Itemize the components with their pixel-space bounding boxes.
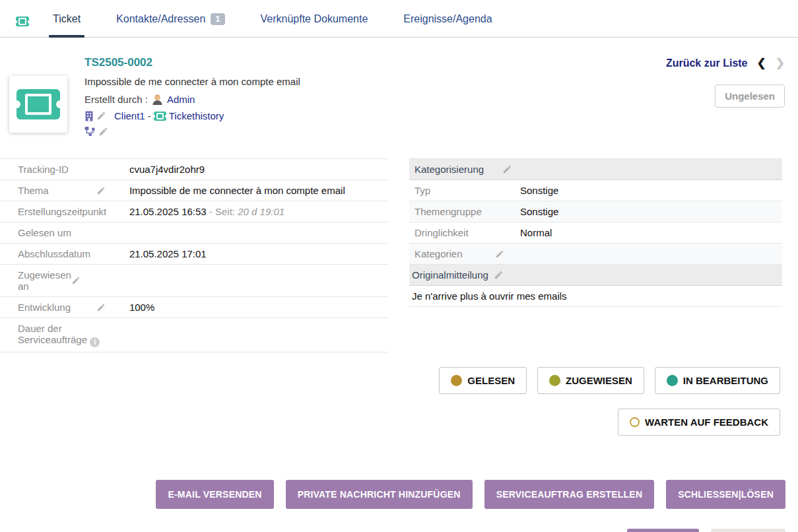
create-intervention-button[interactable]: SERVICEAUFTRAG ERSTELLEN	[484, 480, 655, 509]
ticket-banner-info: TS2505-0002 Impossible de me connecter à…	[84, 56, 300, 141]
assigned-to-label: Zugewiesen an	[18, 269, 71, 292]
sitemap-icon	[84, 126, 96, 137]
status-buttons-area: GELESEN ZUGEWIESEN IN BEARBEITUNG WARTEN…	[0, 367, 798, 436]
action-buttons-bar: E-MAIL VERSENDEN PRIVATE NACHRICHT HINZU…	[0, 480, 798, 509]
ticket-ref: TS2505-0002	[84, 56, 300, 69]
edit-categories-pencil-icon[interactable]	[495, 249, 504, 259]
ticket-properties-table: Tracking-ID cvua7j4vdir2ohr9 Thema Impos…	[0, 158, 388, 352]
status-waiting-feedback-button[interactable]: WARTEN AUF FEEDBACK	[618, 409, 780, 436]
creation-date-label: Erstellungszeitpunkt	[0, 201, 124, 222]
assigned-to-value	[124, 265, 388, 297]
since-value: 20 d 19:01	[238, 206, 284, 217]
type-label: Typ	[409, 180, 515, 201]
ticket-subject: Impossible de me connecter à mon compte …	[84, 76, 300, 87]
close-date-label: Abschlussdatum	[0, 244, 124, 265]
status-waiting-label: WARTEN AUF FEEDBACK	[645, 416, 768, 428]
delete-button[interactable]: LÖSCHEN	[711, 529, 785, 532]
banner-right: Zurück zur Liste ❮ ❯ Ungelesen	[666, 56, 785, 141]
ticket-banner: TS2505-0002 Impossible de me connecter à…	[0, 38, 798, 141]
unread-button: Ungelesen	[715, 84, 785, 108]
status-assigned-button[interactable]: ZUGEWIESEN	[537, 367, 644, 394]
type-value: Sonstige	[515, 180, 782, 201]
edit-original-message-pencil-icon[interactable]	[494, 270, 504, 280]
created-by-user-link[interactable]: Admin	[167, 94, 195, 105]
severity-value: Normal	[515, 222, 782, 244]
tab-documents-label: Verknüpfte Dokumente	[261, 13, 368, 25]
since-label: - Seit:	[209, 206, 235, 217]
tracking-id-label: Tracking-ID	[0, 159, 124, 180]
severity-label: Dringlichkeit	[409, 222, 515, 244]
close-solve-button[interactable]: SCHLIESSEN|LÖSEN	[666, 480, 785, 509]
status-assigned-label: ZUGEWIESEN	[566, 375, 632, 386]
tab-events-agenda[interactable]: Ereignisse/Agenda	[399, 13, 496, 37]
status-in-progress-button[interactable]: IN BEARBEITUNG	[655, 367, 780, 394]
table-row: Abschlussdatum 21.05.2025 17:01	[0, 244, 388, 265]
status-assigned-dot-icon	[549, 375, 560, 386]
send-email-button[interactable]: E-MAIL VERSENDEN	[156, 480, 273, 509]
project-link[interactable]: Tickethistory	[169, 110, 224, 121]
categories-label: Kategorien	[415, 248, 463, 259]
subject-value: Impossible de me connecter à mon compte …	[124, 180, 388, 201]
read-at-label: Gelesen um	[0, 222, 124, 244]
tab-ticket-label: Ticket	[53, 13, 81, 25]
contract-line	[84, 126, 300, 137]
user-avatar-icon	[151, 93, 164, 106]
edit-progress-pencil-icon[interactable]	[96, 303, 106, 312]
company-icon	[84, 111, 94, 121]
tab-linked-documents[interactable]: Verknüpfte Dokumente	[257, 13, 372, 37]
original-message-text: Je n'arrive plus à ouvrir mes emails	[409, 286, 782, 307]
next-record-arrow-icon: ❯	[776, 56, 785, 70]
table-row: Kategorien	[409, 244, 782, 265]
modify-button[interactable]: ÄNDERN	[627, 529, 698, 532]
tab-agenda-label: Ereignisse/Agenda	[403, 13, 492, 25]
ticket-photo-card	[9, 76, 67, 133]
table-row: Je n'arrive plus à ouvrir mes emails	[409, 286, 782, 307]
back-to-list-line: Zurück zur Liste ❮ ❯	[666, 56, 785, 70]
table-row: Zugewiesen an	[0, 265, 388, 297]
tab-bar: Ticket Kontakte/Adressen 1 Verknüpfte Do…	[0, 0, 798, 38]
table-row: Gelesen um	[0, 222, 388, 244]
group-label: Themengruppe	[409, 201, 515, 222]
creation-date-text: 21.05.2025 16:53	[129, 206, 207, 217]
status-read-button[interactable]: GELESEN	[439, 367, 527, 394]
ticket-big-icon	[17, 89, 60, 119]
categorization-header: Kategorisierung	[415, 164, 484, 175]
categorization-table: Kategorisierung Typ Sonstige Themengrupp…	[409, 158, 782, 307]
original-message-header: Originalmitteilung	[412, 269, 488, 281]
edit-categorization-pencil-icon[interactable]	[502, 164, 512, 174]
edit-assigned-pencil-icon[interactable]	[71, 276, 81, 285]
status-in-progress-label: IN BEARBEITUNG	[683, 375, 768, 386]
edit-thirdparty-pencil-icon[interactable]	[96, 111, 106, 121]
creation-date-value: 21.05.2025 16:53 - Seit: 20 d 19:01	[124, 201, 388, 222]
subject-label: Thema	[18, 185, 49, 196]
thirdparty-line: Client1 - Tickethistory	[84, 110, 300, 121]
progress-label: Entwicklung	[18, 302, 71, 313]
table-row: Kategorisierung	[409, 159, 782, 180]
edit-subject-pencil-icon[interactable]	[96, 186, 106, 195]
footer-buttons-bar: ÄNDERN LÖSCHEN	[0, 529, 798, 532]
edit-contract-pencil-icon[interactable]	[98, 127, 108, 137]
tab-contacts-addresses[interactable]: Kontakte/Adressen 1	[112, 13, 228, 37]
info-icon: i	[90, 337, 100, 347]
thirdparty-link[interactable]: Client1	[114, 110, 145, 121]
close-date-value: 21.05.2025 17:01	[124, 244, 388, 265]
table-row: Thema Impossible de me connecter à mon c…	[0, 180, 388, 201]
table-row: Typ Sonstige	[409, 180, 782, 201]
table-row: Themengruppe Sonstige	[409, 201, 782, 222]
ticket-body: Tracking-ID cvua7j4vdir2ohr9 Thema Impos…	[0, 158, 798, 352]
categories-value	[515, 244, 782, 265]
add-private-message-button[interactable]: PRIVATE NACHRICHT HINZUFÜGEN	[286, 480, 473, 509]
group-value: Sonstige	[515, 201, 782, 222]
contacts-count-badge: 1	[211, 13, 224, 25]
separator-dash: -	[148, 110, 151, 121]
back-to-list-link[interactable]: Zurück zur Liste	[666, 57, 748, 69]
intervention-duration-value	[124, 318, 388, 352]
read-at-value	[124, 222, 388, 244]
table-row: Entwicklung 100%	[0, 297, 388, 318]
table-row: Dringlichkeit Normal	[409, 222, 782, 244]
previous-record-arrow-icon[interactable]: ❮	[757, 56, 766, 70]
table-row: Erstellungszeitpunkt 21.05.2025 16:53 - …	[0, 201, 388, 222]
status-waiting-dot-icon	[630, 417, 640, 427]
progress-value: 100%	[124, 297, 388, 318]
tab-ticket[interactable]: Ticket	[49, 13, 84, 37]
